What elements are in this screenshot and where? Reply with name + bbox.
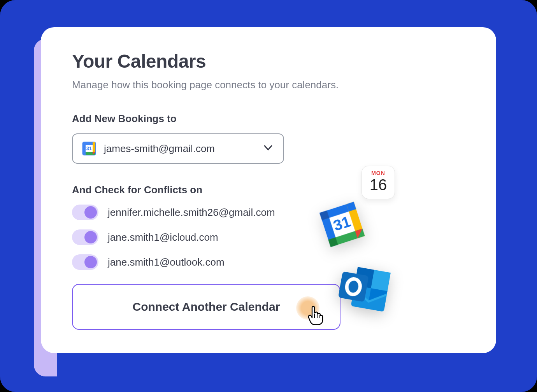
page-subtitle: Manage how this booking page connects to… [72, 79, 465, 91]
connect-another-calendar-button[interactable]: Connect Another Calendar [72, 284, 340, 330]
page-title: Your Calendars [72, 51, 465, 72]
outlook-icon [332, 260, 395, 321]
svg-text:31: 31 [86, 145, 92, 151]
apple-calendar-day-number: 16 [362, 177, 395, 192]
chevron-down-icon [262, 142, 274, 155]
connect-button-label: Connect Another Calendar [133, 300, 280, 313]
calendar-email: jane.smith1@icloud.com [108, 231, 218, 243]
calendar-toggle[interactable] [72, 254, 98, 270]
app-frame: Your Calendars Manage how this booking p… [0, 0, 537, 392]
list-item: jane.smith1@outlook.com [72, 254, 465, 270]
calendar-toggle[interactable] [72, 229, 98, 245]
google-calendar-icon: 31 [82, 142, 96, 156]
calendar-select[interactable]: 31 james-smith@gmail.com [72, 133, 284, 164]
calendar-select-value: james-smith@gmail.com [104, 143, 254, 155]
settings-card: Your Calendars Manage how this booking p… [41, 27, 496, 353]
svg-rect-4 [83, 142, 86, 155]
calendar-email: jane.smith1@outlook.com [108, 256, 225, 268]
calendar-toggle[interactable] [72, 205, 98, 220]
add-bookings-label: Add New Bookings to [72, 113, 465, 125]
pointer-cursor-icon [307, 305, 324, 328]
apple-calendar-icon: MON 16 [362, 166, 395, 199]
calendar-email: jennifer.michelle.smith26@gmail.com [108, 206, 275, 219]
check-conflicts-label: And Check for Conflicts on [72, 184, 465, 196]
svg-rect-23 [338, 271, 369, 302]
apple-calendar-day-label: MON [362, 170, 395, 176]
list-item: jennifer.michelle.smith26@gmail.com [72, 205, 465, 220]
conflict-calendars-list: jennifer.michelle.smith26@gmail.com jane… [72, 205, 465, 270]
list-item: jane.smith1@icloud.com [72, 229, 465, 245]
